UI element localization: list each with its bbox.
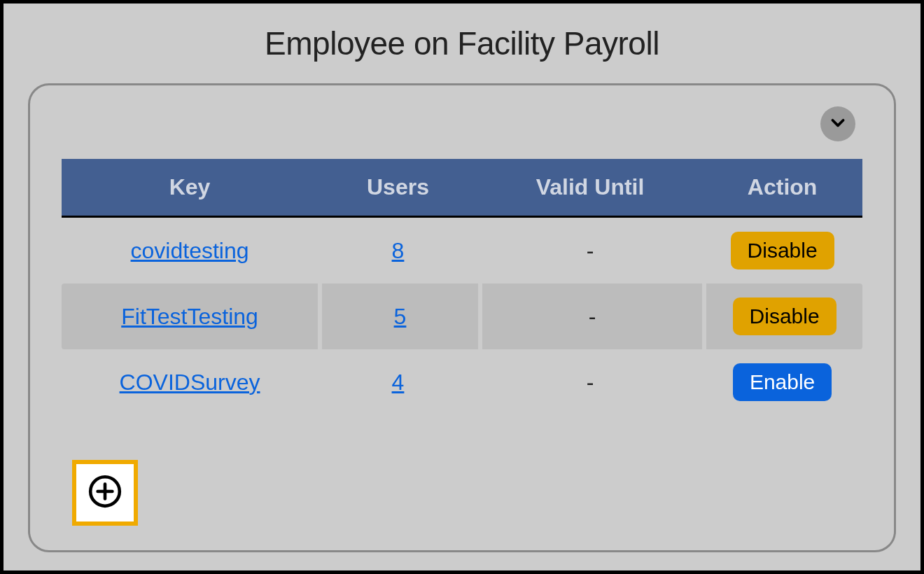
valid-until-cell: - <box>478 349 702 415</box>
valid-until-cell: - <box>478 284 702 349</box>
table-row: covidtesting 8 - Disable <box>62 218 862 284</box>
payroll-table: Key Users Valid Until Action covidtestin… <box>62 159 862 415</box>
valid-until-cell: - <box>478 218 702 284</box>
key-link[interactable]: FitTestTesting <box>121 304 258 329</box>
header-users: Users <box>318 159 478 218</box>
header-valid-until: Valid Until <box>478 159 702 218</box>
panel: Key Users Valid Until Action covidtestin… <box>28 83 896 552</box>
enable-button[interactable]: Enable <box>733 363 832 401</box>
chevron-down-icon <box>829 113 847 134</box>
users-link[interactable]: 4 <box>392 370 405 395</box>
key-link[interactable]: COVIDSurvey <box>120 370 260 395</box>
header-action: Action <box>702 159 862 218</box>
plus-circle-icon <box>88 474 122 512</box>
header-key: Key <box>62 159 318 218</box>
table-row: COVIDSurvey 4 - Enable <box>62 349 862 415</box>
users-link[interactable]: 8 <box>392 238 405 263</box>
key-link[interactable]: covidtesting <box>131 238 249 263</box>
disable-button[interactable]: Disable <box>731 232 834 270</box>
collapse-toggle[interactable] <box>820 106 855 141</box>
add-button[interactable] <box>72 460 138 526</box>
disable-button[interactable]: Disable <box>733 298 836 335</box>
users-link[interactable]: 5 <box>394 304 407 329</box>
table-header-row: Key Users Valid Until Action <box>62 159 862 218</box>
table-row: FitTestTesting 5 - Disable <box>62 284 862 349</box>
page-title: Employee on Facility Payroll <box>28 24 896 62</box>
